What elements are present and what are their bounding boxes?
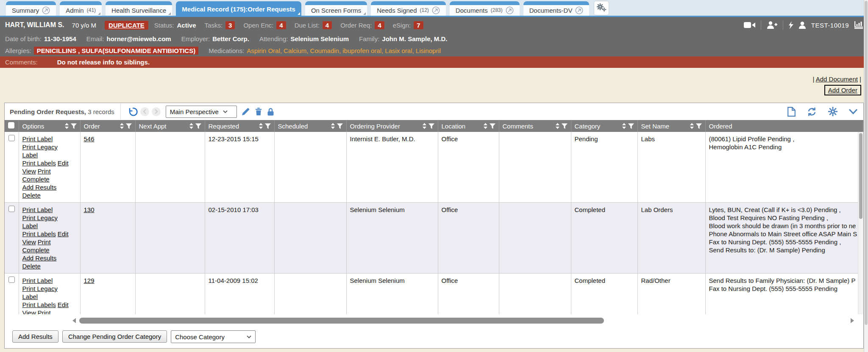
- choose-category-select[interactable]: Choose Category: [171, 330, 256, 343]
- print-link[interactable]: Print: [38, 168, 51, 175]
- popout-icon[interactable]: [42, 6, 50, 14]
- add-document-link[interactable]: Add Document: [816, 75, 858, 83]
- sort-icon[interactable]: [622, 123, 626, 129]
- print-legacy-label-link[interactable]: Print Legacy Label: [22, 143, 58, 159]
- tab-admin[interactable]: Admin (41): [60, 1, 102, 16]
- view-link[interactable]: View: [22, 309, 36, 314]
- order-number-link[interactable]: 129: [84, 277, 95, 284]
- grid-settings-gear-icon[interactable]: [828, 107, 837, 116]
- delete-link[interactable]: Delete: [22, 263, 41, 270]
- collapse-chevron-icon[interactable]: [849, 109, 857, 115]
- popout-icon[interactable]: [506, 6, 514, 14]
- filter-funnel-icon[interactable]: [428, 123, 434, 129]
- sort-icon[interactable]: [556, 123, 559, 129]
- print-link[interactable]: Print: [38, 238, 51, 246]
- vertical-scrollbar[interactable]: [858, 132, 863, 314]
- print-link[interactable]: Print: [38, 309, 51, 314]
- sort-icon[interactable]: [690, 123, 694, 129]
- filter-funnel-icon[interactable]: [71, 123, 77, 129]
- filter-funnel-icon[interactable]: [628, 123, 634, 129]
- popout-icon[interactable]: [432, 6, 440, 14]
- sort-icon[interactable]: [120, 123, 124, 129]
- order-number-link[interactable]: 130: [84, 206, 95, 213]
- add-results-link[interactable]: Add Results: [22, 184, 57, 191]
- filter-funnel-icon[interactable]: [562, 123, 568, 129]
- filter-funnel-icon[interactable]: [696, 123, 702, 129]
- scroll-left-arrow[interactable]: [72, 318, 76, 323]
- tab-needs-signed[interactable]: Needs Signed (12): [371, 1, 446, 16]
- sort-icon[interactable]: [259, 123, 263, 129]
- print-label-link[interactable]: Print Label: [22, 135, 53, 142]
- tab-documents-dv[interactable]: Documents-DV: [523, 1, 590, 16]
- sort-icon[interactable]: [189, 123, 193, 129]
- sort-icon[interactable]: [331, 123, 335, 129]
- sort-icon[interactable]: [423, 123, 426, 129]
- medications-list[interactable]: Aspirin Oral, Calcium, Coumadin, ibuprof…: [247, 47, 441, 54]
- delete-link[interactable]: Delete: [22, 192, 41, 199]
- prev-page-icon[interactable]: [140, 107, 149, 116]
- print-labels-link[interactable]: Print Labels: [22, 301, 56, 308]
- filter-funnel-icon[interactable]: [126, 123, 132, 129]
- order-number-link[interactable]: 546: [84, 135, 95, 142]
- lightning-icon[interactable]: [789, 21, 793, 29]
- sort-icon[interactable]: [65, 123, 69, 129]
- lock-icon[interactable]: [267, 108, 274, 116]
- horizontal-scrollbar-thumb[interactable]: [79, 318, 604, 324]
- tab-medical-record[interactable]: Medical Record (175):Order Requests: [176, 1, 301, 16]
- tab-settings-button[interactable]: [594, 1, 609, 15]
- delete-trash-icon[interactable]: [255, 108, 262, 115]
- edit-link[interactable]: Edit: [58, 230, 69, 237]
- perspective-select[interactable]: Main Perspective: [166, 106, 237, 118]
- scroll-right-arrow[interactable]: [851, 318, 854, 323]
- filter-funnel-icon[interactable]: [490, 123, 495, 129]
- flowsheet-chart-icon[interactable]: [854, 21, 863, 29]
- next-page-icon[interactable]: [152, 107, 161, 116]
- edit-pencil-icon[interactable]: [242, 108, 250, 115]
- change-pending-order-category-button[interactable]: Change Pending Order Category: [62, 330, 167, 343]
- view-link[interactable]: View: [22, 168, 36, 175]
- print-label-link[interactable]: Print Label: [22, 277, 53, 284]
- add-order-link[interactable]: Add Order: [828, 87, 857, 94]
- window-scrollbar[interactable]: [864, 0, 868, 352]
- open-enc-badge[interactable]: 4: [276, 21, 286, 29]
- edit-link[interactable]: Edit: [58, 301, 69, 308]
- print-labels-link[interactable]: Print Labels: [22, 230, 56, 237]
- complete-link[interactable]: Complete: [22, 176, 50, 183]
- due-list-badge[interactable]: 4: [323, 21, 332, 29]
- row-checkbox[interactable]: [8, 135, 15, 141]
- tab-summary[interactable]: Summary: [6, 1, 56, 16]
- view-link[interactable]: View: [22, 238, 36, 246]
- filter-funnel-icon[interactable]: [337, 123, 343, 129]
- video-camera-icon[interactable]: [744, 22, 755, 28]
- window-scrollbar-thumb[interactable]: [865, 1, 868, 325]
- add-results-link[interactable]: Add Results: [22, 254, 57, 262]
- filter-funnel-icon[interactable]: [265, 123, 271, 129]
- tab-documents[interactable]: Documents (283): [450, 1, 520, 16]
- add-results-button[interactable]: Add Results: [12, 330, 58, 343]
- edit-link[interactable]: Edit: [58, 159, 69, 167]
- complete-link[interactable]: Complete: [22, 246, 50, 254]
- duplicate-badge[interactable]: DUPLICATE: [105, 21, 148, 30]
- row-checkbox[interactable]: [8, 206, 15, 212]
- order-req-badge[interactable]: 4: [375, 21, 384, 29]
- person-icon[interactable]: [799, 22, 806, 29]
- esign-badge[interactable]: 7: [414, 21, 423, 29]
- add-person-icon[interactable]: [767, 21, 777, 29]
- row-checkbox[interactable]: [8, 277, 15, 283]
- print-label-link[interactable]: Print Label: [22, 206, 53, 213]
- allergies-badge[interactable]: PENICILLINS , SULFA(SULFONAMIDE ANTIBIOT…: [34, 47, 198, 55]
- vertical-scrollbar-thumb[interactable]: [859, 133, 862, 219]
- filter-funnel-icon[interactable]: [195, 123, 201, 129]
- print-legacy-label-link[interactable]: Print Legacy Label: [22, 285, 58, 300]
- sort-icon[interactable]: [484, 123, 487, 129]
- undo-icon[interactable]: [128, 107, 138, 116]
- refresh-icon[interactable]: [807, 107, 817, 116]
- print-legacy-label-link[interactable]: Print Legacy Label: [22, 214, 58, 229]
- popout-icon[interactable]: [575, 6, 583, 14]
- tab-on-screen-forms[interactable]: On Screen Forms: [305, 1, 367, 16]
- tab-health-surveillance[interactable]: Health Surveillance: [106, 1, 172, 16]
- print-labels-link[interactable]: Print Labels: [22, 159, 56, 167]
- tasks-badge[interactable]: 3: [225, 21, 235, 29]
- select-all-checkbox[interactable]: [8, 122, 14, 129]
- new-document-icon[interactable]: [787, 107, 796, 117]
